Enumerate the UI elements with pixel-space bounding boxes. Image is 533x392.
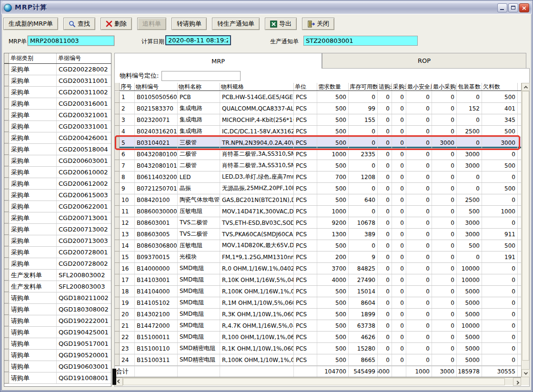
row-indicator [4, 315, 9, 326]
list-item[interactable]: 采购单CGD200713001 [4, 212, 111, 224]
table-row[interactable]: 24B15100311SMD精密电阻R,100K OHM,1/10W,1%,06… [115, 354, 521, 366]
table-row[interactable]: 3B02320071集成电路MICROCHIP,4-Kbit(256*16PCS… [115, 114, 521, 126]
horizontal-scrollbar[interactable] [115, 377, 521, 385]
table-cell: PCS [294, 91, 317, 102]
table-row[interactable]: 21B14472000SMD电阻R,4.7K OHM,1/16W,5%,040P… [115, 320, 521, 332]
doc-no-cell: CGD200331001 [57, 121, 111, 132]
table-row[interactable]: 4B0240316201集成电路IC,DC/DC,11-58V,AX3162EP… [115, 126, 521, 137]
list-item[interactable]: 采购单CGD200713003 [4, 235, 111, 247]
table-cell: SMD精密电阻 [178, 343, 220, 354]
to-production-notice-button[interactable]: 转生产通知单 [212, 18, 260, 30]
list-item[interactable]: 采购单CGD200612002 [4, 178, 111, 190]
client-area: 生成新的MRP单 查找 删除 追料单 转请购单 转生产通知单 导出 关闭 MRP… [1, 14, 532, 391]
delete-button[interactable]: 删除 [101, 18, 132, 30]
list-item[interactable]: 采购单CGD200426001 [4, 132, 111, 144]
search-button[interactable]: 查找 [63, 18, 95, 30]
list-item[interactable]: 采购单CGD200518004 [4, 144, 111, 155]
list-item[interactable]: 采购单CGD200321001 [4, 110, 111, 121]
table-row[interactable]: 20B14302100SMD电阻R,3K OHM,1/10W,1%,0603PC… [115, 309, 521, 320]
vertical-scroll-thumb[interactable] [522, 91, 529, 361]
row-indicator [115, 183, 120, 194]
horizontal-scroll-thumb[interactable] [123, 378, 505, 385]
table-row[interactable]: 13B08603005TVS二极管TVS,PKA60CA(SMDJ60CA)PC… [115, 229, 521, 240]
doc-type-cell: 采购单 [9, 201, 57, 212]
new-mrp-button[interactable]: 生成新的MRP单 [3, 18, 58, 30]
total-cell: 30555 [482, 366, 518, 377]
table-cell: SMD电阻 [178, 309, 220, 320]
list-item[interactable]: 采购单CGD200728001 [4, 247, 111, 258]
table-cell: SMD电阻 [178, 263, 220, 274]
list-item[interactable]: 请购单QGD190517001 [4, 338, 111, 350]
table-cell: 二极管 [178, 149, 220, 160]
table-row[interactable]: 11B0860030000压敏电阻MOV,14D471K,300VAC,DIPP… [115, 206, 521, 217]
table-row[interactable]: 2B021583370集成电路QUALCOMM,QCA8337-AL3PCS50… [115, 103, 521, 114]
minimize-button[interactable] [497, 3, 507, 12]
list-item[interactable]: 请购单QGD190425001 [4, 327, 111, 338]
table-cell: 0 [392, 320, 406, 331]
locator-input[interactable] [161, 71, 241, 81]
close-form-button[interactable]: 关闭 [302, 18, 334, 30]
list-item[interactable]: 采购单CGD200311002 [4, 87, 111, 98]
list-item[interactable]: 生产发料单SFL200803002 [4, 270, 111, 281]
tab-rop[interactable]: ROP [322, 53, 526, 69]
table-row[interactable]: 23B15100110SMD精密电阻R,1K OHM,1/10W,1%,0603… [115, 343, 521, 354]
button-label: 转生产通知单 [217, 20, 254, 28]
table-cell: 陶瓷气体放电管 [178, 194, 220, 205]
table-row[interactable]: 5B03104021三极管TR.NPN,2N3904,0.2A,40V,PCS5… [115, 137, 521, 149]
list-item[interactable]: 请购单QGD190222001 [4, 315, 111, 327]
table-cell: PCS [294, 114, 317, 125]
list-item[interactable]: 请购单QGD180211002 [4, 292, 111, 304]
scroll-down-button[interactable] [522, 369, 530, 377]
maximize-button[interactable] [508, 3, 518, 12]
scroll-right-button[interactable] [513, 378, 521, 386]
table-cell: 0 [432, 114, 457, 125]
list-item[interactable]: 采购单CGD200610002 [4, 167, 111, 178]
table-cell: 0 [482, 309, 518, 320]
table-row[interactable]: 14B0860306800压敏电阻MOV,14D820K,最大65V,DIFPC… [115, 240, 521, 251]
close-button[interactable]: × [519, 3, 529, 12]
table-row[interactable]: 15B09370015光模块FM,1*9,1.25G,MM1310nm,2PCS… [115, 251, 521, 263]
table-row[interactable]: 9B0721250701晶振无源晶振,25MHZ,20PF,10PPCS5000… [115, 183, 521, 194]
table-row[interactable]: 7B0432080101二极管肖特基二极管,3A,SS310,SMPCS5000… [115, 160, 521, 171]
total-label: 合计 [115, 366, 135, 377]
table-row[interactable]: 22B15100011SMD电阻R,100 OHM,1/10W,1%,060PC… [115, 332, 521, 343]
list-item[interactable]: 采购单CGD200713002 [4, 224, 111, 235]
table-row[interactable]: 10B08420100陶瓷气体放电管GAS,BC201N(BTC201N),DP… [115, 194, 521, 206]
list-item[interactable]: 请购单QGD180308002 [4, 304, 111, 315]
list-item[interactable]: 采购单CGD200331001 [4, 121, 111, 132]
calc-date-field[interactable] [165, 35, 231, 45]
list-item[interactable]: 采购单CGD200603001 [4, 155, 111, 167]
table-row[interactable]: 8B0611403200LEDLED,D3,单灯,绿色,座高7mmPCS7001… [115, 171, 521, 183]
table-row[interactable]: 1B0105050560PCBPCB,HW-514GE,GE5/4GE1PCS5… [115, 91, 521, 103]
list-item[interactable]: 采购单CGD200228002 [4, 64, 111, 75]
table-cell: 63738 [349, 320, 378, 331]
tab-mrp[interactable]: MRP [114, 53, 322, 69]
table-row[interactable]: 16B14000000SMD电阻R,0 OHM,1/16W,1%,0402PCS… [115, 263, 521, 274]
list-item[interactable]: 采购单CGD200622001 [4, 201, 111, 212]
table-row[interactable]: 17B14103001SMD电阻R,10K OHM,1/16W,5%,040PC… [115, 274, 521, 286]
mrp-no-field[interactable] [28, 36, 114, 46]
list-item[interactable]: 请购单QGD190603001 [4, 361, 111, 372]
table-row[interactable]: 19B14105102SMD电阻R,1M OHM,1/10W,5%,0603PC… [115, 297, 521, 309]
search-icon [69, 20, 76, 28]
doc-no-cell: CGD200426001 [57, 132, 111, 143]
list-item[interactable]: 采购单CGD200316001 [4, 98, 111, 110]
list-item[interactable]: 采购单CGD200615003 [4, 190, 111, 201]
table-row[interactable]: 6B0432080100二极管肖特基二极管,3A,SS310,SMPCS1000… [115, 149, 521, 160]
list-item[interactable]: 采购单CGD200728002 [4, 258, 111, 270]
prod-notice-field[interactable] [303, 36, 418, 46]
to-requisition-button[interactable]: 转请购单 [171, 18, 207, 30]
chase-material-button[interactable]: 追料单 [137, 18, 166, 30]
table-row[interactable]: 18B14104000SMD电阻R,100K OHM,1/16W,1%,04PC… [115, 286, 521, 297]
scroll-up-button[interactable] [522, 83, 530, 91]
list-item[interactable]: 请购单QGD191008001 [4, 372, 111, 384]
export-button[interactable]: 导出 [265, 18, 297, 30]
list-item[interactable]: 采购单CGD200311001 [4, 75, 111, 87]
vertical-scrollbar[interactable] [521, 83, 529, 377]
splitter-handle[interactable] [112, 369, 116, 385]
table-cell: 0 [482, 320, 518, 331]
row-indicator [115, 240, 120, 251]
list-item[interactable]: 请购单QGD190520001 [4, 350, 111, 361]
table-row[interactable]: 12B08603001TVS二极管TVS,ETH-ESD,BV03C,SODPC… [115, 217, 521, 229]
list-item[interactable]: 生产发料单SFL200803003 [4, 281, 111, 292]
